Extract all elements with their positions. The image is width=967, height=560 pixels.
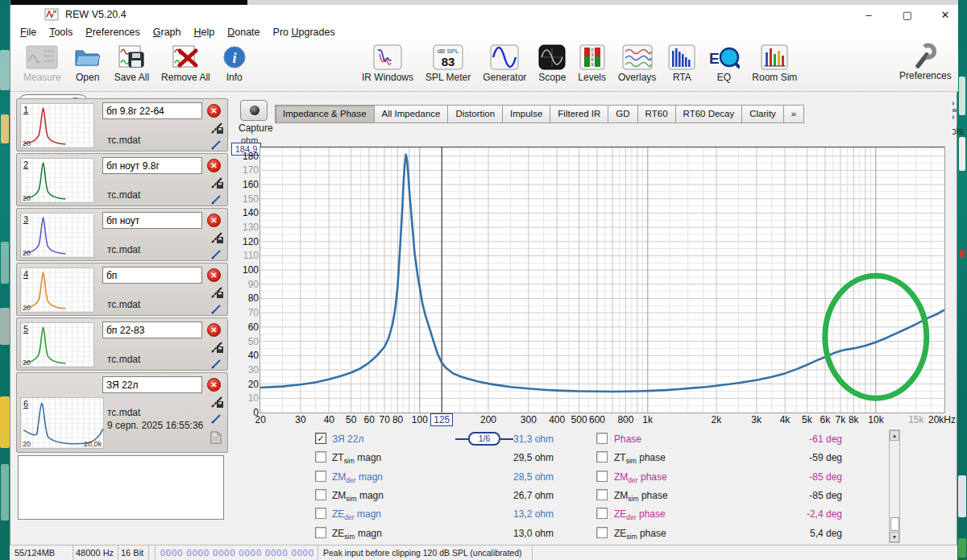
delete-measurement-button[interactable]: ✕ <box>207 159 221 172</box>
magn-checkbox[interactable] <box>315 527 326 538</box>
rta-button[interactable]: RTA <box>668 44 695 83</box>
magn-checkbox[interactable] <box>315 489 326 500</box>
tab-rt60-decay[interactable]: RT60 Decay <box>676 105 743 123</box>
tab-gd[interactable]: GD <box>608 105 637 123</box>
magn-checkbox[interactable] <box>315 451 326 463</box>
phase-checkbox[interactable] <box>596 451 608 463</box>
measurement-item[interactable]: ✕420тс.mdat <box>16 263 228 316</box>
open-button[interactable]: Open <box>73 44 102 83</box>
thumbnail-curve <box>21 268 95 313</box>
menu-item-file[interactable]: File <box>14 25 43 39</box>
save-all-button[interactable]: Save All <box>114 44 149 83</box>
measurement-name-input[interactable] <box>102 157 202 174</box>
tab-filtered-ir[interactable]: Filtered IR <box>550 105 608 123</box>
toolbar-group-right: Preferences <box>899 42 952 81</box>
tab-rt60[interactable]: RT60 <box>638 105 676 123</box>
measurement-name-input[interactable] <box>102 321 202 338</box>
measurement-name-input[interactable] <box>102 267 202 284</box>
measurement-thumbnail[interactable]: 320 <box>20 213 94 258</box>
magn-checkbox[interactable] <box>315 471 326 482</box>
ir-windows-button[interactable]: IR Windows <box>362 44 413 83</box>
eq-button[interactable]: EEQ <box>708 44 740 83</box>
measure-button[interactable]: Measure <box>23 44 61 83</box>
close-button[interactable]: ✕ <box>933 8 957 23</box>
overlays-button[interactable]: Overlays <box>618 44 656 83</box>
notes-icon[interactable] <box>210 431 222 447</box>
scope-button[interactable]: Scope <box>538 44 566 83</box>
spl-meter-button[interactable]: dB SPL83SPL Meter <box>425 44 471 83</box>
measurement-name-input[interactable] <box>102 212 202 229</box>
measurement-thumbnail[interactable]: 120 <box>20 103 94 148</box>
measurement-notes-input[interactable] <box>18 455 224 520</box>
status-bar: 55/124MB 48000 Hz 16 Bit 0000 0000 0000 … <box>10 545 957 560</box>
maximize-button[interactable]: ▢ <box>895 8 919 23</box>
pencil-icon[interactable] <box>210 139 222 154</box>
delete-measurement-button[interactable]: ✕ <box>207 104 221 118</box>
tab-impulse[interactable]: Impulse <box>503 105 550 123</box>
delete-measurement-button[interactable]: ✕ <box>207 268 221 282</box>
trace-settings-icon[interactable] <box>210 176 224 193</box>
phase-label: ZEder phase <box>614 508 666 521</box>
capture-button[interactable]: Capture <box>239 100 269 134</box>
preferences-button[interactable]: Preferences <box>899 42 952 81</box>
phase-checkbox[interactable] <box>596 471 608 482</box>
x-tick-label: 40 <box>324 414 334 425</box>
trace-settings-icon[interactable] <box>210 122 224 138</box>
measurement-item[interactable]: ✕120тс.mdat <box>16 98 228 151</box>
info-button[interactable]: iInfo <box>222 44 247 83</box>
levels-button[interactable]: 0369Levels <box>578 44 606 83</box>
delete-measurement-button[interactable]: ✕ <box>207 323 221 337</box>
trace-settings-icon[interactable] <box>210 396 224 412</box>
room-sim-button[interactable]: Room Sim <box>752 44 797 83</box>
tab-[interactable]: » <box>784 105 804 123</box>
measurement-item[interactable]: ✕220тс.mdat <box>16 153 228 206</box>
menu-item-help[interactable]: Help <box>188 25 222 39</box>
magn-checkbox[interactable]: ✓ <box>315 433 326 444</box>
menu-item-pro-upgrades[interactable]: Pro Upgrades <box>267 25 342 39</box>
camera-icon <box>240 100 268 121</box>
magn-checkbox[interactable] <box>315 508 326 519</box>
measurement-item[interactable]: ✕320тс.mdat <box>16 208 228 261</box>
scroll-thumb[interactable] <box>890 517 899 531</box>
menu-item-donate[interactable]: Donate <box>221 25 266 39</box>
phase-checkbox[interactable] <box>596 489 608 500</box>
trace-settings-icon[interactable] <box>210 231 224 247</box>
measurement-name-input[interactable] <box>102 102 202 119</box>
generator-button[interactable]: Generator <box>483 44 526 83</box>
pencil-icon[interactable] <box>210 413 222 428</box>
measurement-thumbnail[interactable]: 520 <box>20 322 94 367</box>
menu-item-preferences[interactable]: Preferences <box>79 25 146 39</box>
pencil-icon[interactable] <box>210 194 222 209</box>
magn-value: 29,5 ohm <box>481 452 554 463</box>
delete-measurement-button[interactable]: ✕ <box>207 214 221 227</box>
measurement-thumbnail[interactable]: 420 <box>20 268 94 313</box>
phase-checkbox[interactable] <box>596 433 608 444</box>
info-icon: i <box>222 44 247 71</box>
tab-clarity[interactable]: Clarity <box>742 105 784 123</box>
measurement-item[interactable]: ✕62020,0kтс.mdat9 серп. 2025 16:55:36 <box>16 372 228 453</box>
tab-distortion[interactable]: Distortion <box>448 105 503 123</box>
measurement-name-input[interactable] <box>102 376 202 393</box>
tab-impedance-phase[interactable]: Impedance & Phase <box>275 105 375 123</box>
pencil-icon[interactable] <box>210 359 222 373</box>
measurement-thumbnail[interactable]: 62020,0k <box>20 397 104 449</box>
scroll-up-button[interactable]: ▲ <box>890 430 899 441</box>
scroll-down-button[interactable]: ▼ <box>890 532 899 542</box>
measurement-item[interactable]: ✕520тс.mdat <box>16 317 228 371</box>
legend-scrollbar[interactable]: ▲ ▼ <box>889 429 900 543</box>
remove-all-button[interactable]: Remove All <box>161 44 210 83</box>
menu-item-graph[interactable]: Graph <box>147 25 188 39</box>
measurement-thumbnail[interactable]: 220 <box>20 158 94 203</box>
pencil-icon[interactable] <box>210 304 222 318</box>
menu-item-tools[interactable]: Tools <box>43 25 79 39</box>
minimize-button[interactable]: – <box>857 8 881 23</box>
trace-settings-icon[interactable] <box>210 286 224 302</box>
pencil-icon[interactable] <box>210 249 222 263</box>
phase-checkbox[interactable] <box>596 527 608 538</box>
delete-measurement-button[interactable]: ✕ <box>207 378 221 392</box>
x-tick-label: 20kHz <box>928 414 956 425</box>
phase-checkbox[interactable] <box>596 508 608 519</box>
plot-area[interactable] <box>259 147 945 413</box>
tab-all-impedance[interactable]: All Impedance <box>375 105 449 123</box>
trace-settings-icon[interactable] <box>210 341 224 357</box>
